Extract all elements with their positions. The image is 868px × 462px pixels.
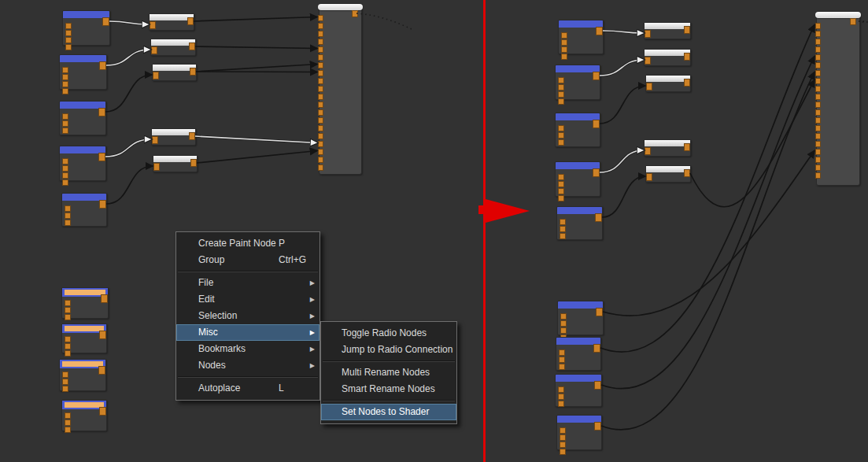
input-port[interactable] — [153, 72, 159, 79]
input-port[interactable] — [153, 163, 160, 171]
output-port[interactable] — [593, 72, 600, 80]
input-port[interactable] — [815, 23, 821, 29]
input-port[interactable] — [561, 39, 567, 46]
input-port[interactable] — [62, 113, 68, 120]
input-port[interactable] — [559, 364, 565, 370]
node-blue[interactable] — [558, 20, 604, 54]
output-port[interactable] — [596, 308, 603, 316]
input-port[interactable] — [645, 57, 651, 65]
input-port[interactable] — [151, 46, 157, 54]
node-blue[interactable] — [59, 146, 106, 181]
output-port[interactable] — [98, 366, 105, 375]
output-port[interactable] — [593, 344, 600, 353]
input-port[interactable] — [318, 102, 323, 108]
node-orange[interactable] — [61, 287, 109, 319]
input-port[interactable] — [62, 88, 68, 94]
output-port[interactable] — [684, 79, 690, 87]
input-port[interactable] — [815, 125, 821, 131]
node-blue[interactable] — [556, 415, 602, 450]
output-port[interactable] — [98, 108, 105, 116]
menu-item-file[interactable]: File▶ — [176, 275, 319, 291]
input-port[interactable] — [560, 219, 566, 225]
node-tall[interactable] — [816, 11, 860, 186]
input-port[interactable] — [62, 74, 68, 80]
input-port[interactable] — [62, 165, 68, 172]
output-port[interactable] — [187, 17, 194, 25]
input-port[interactable] — [62, 371, 68, 378]
input-port[interactable] — [65, 220, 71, 226]
input-port[interactable] — [558, 139, 564, 146]
input-port[interactable] — [318, 78, 323, 84]
input-port[interactable] — [65, 427, 71, 433]
node-blue[interactable] — [59, 54, 107, 90]
input-port[interactable] — [560, 442, 566, 448]
input-port[interactable] — [815, 133, 821, 139]
input-port[interactable] — [645, 30, 651, 38]
input-port[interactable] — [318, 39, 323, 45]
node-blue[interactable] — [555, 374, 602, 407]
input-port[interactable] — [560, 313, 567, 320]
input-port[interactable] — [65, 300, 71, 306]
input-port[interactable] — [561, 46, 567, 53]
node-orange[interactable] — [61, 323, 107, 353]
output-port[interactable] — [189, 43, 195, 50]
input-port[interactable] — [558, 84, 564, 91]
input-port[interactable] — [558, 91, 564, 98]
input-port[interactable] — [815, 141, 821, 147]
output-port[interactable] — [190, 159, 197, 167]
node-blue[interactable] — [555, 65, 600, 100]
menu-item-misc[interactable]: Misc▶ — [176, 324, 319, 341]
menu-item-jump-to-radio-connection[interactable]: Jump to Radio Connection — [321, 342, 456, 358]
output-port[interactable] — [596, 27, 603, 35]
node-white[interactable] — [645, 165, 691, 183]
output-port[interactable] — [594, 422, 601, 431]
input-port[interactable] — [815, 78, 821, 84]
input-port[interactable] — [558, 98, 564, 105]
input-port[interactable] — [62, 128, 68, 134]
input-port[interactable] — [560, 320, 567, 327]
node-blue[interactable] — [59, 101, 106, 135]
input-port[interactable] — [62, 158, 68, 164]
input-port[interactable] — [815, 157, 821, 163]
menu-item-toggle-radio-nodes[interactable]: Toggle Radio Nodes — [321, 325, 456, 342]
output-port[interactable] — [850, 18, 856, 25]
input-port[interactable] — [65, 350, 71, 357]
input-port[interactable] — [318, 23, 323, 29]
input-port[interactable] — [561, 32, 567, 39]
output-port[interactable] — [593, 168, 600, 177]
input-port[interactable] — [815, 172, 821, 179]
input-port[interactable] — [815, 117, 821, 124]
input-port[interactable] — [560, 427, 566, 434]
input-port[interactable] — [62, 179, 68, 186]
input-port[interactable] — [318, 109, 323, 116]
node-white[interactable] — [149, 13, 194, 31]
input-port[interactable] — [558, 195, 564, 201]
input-port[interactable] — [815, 86, 821, 92]
input-port[interactable] — [318, 54, 323, 61]
input-port[interactable] — [815, 62, 821, 68]
input-port[interactable] — [62, 67, 68, 73]
input-port[interactable] — [560, 434, 566, 441]
node-white[interactable] — [151, 128, 196, 146]
input-port[interactable] — [815, 54, 821, 61]
output-port[interactable] — [594, 381, 601, 390]
input-port[interactable] — [65, 205, 71, 212]
input-port[interactable] — [318, 15, 323, 21]
input-port[interactable] — [318, 125, 323, 131]
menu-item-edit[interactable]: Edit▶ — [176, 291, 319, 308]
input-port[interactable] — [646, 173, 652, 181]
input-port[interactable] — [558, 386, 564, 393]
input-port[interactable] — [318, 164, 323, 171]
input-port[interactable] — [318, 133, 323, 139]
input-port[interactable] — [318, 70, 323, 76]
node-blue[interactable] — [556, 337, 601, 371]
input-port[interactable] — [561, 54, 567, 60]
input-port[interactable] — [318, 31, 323, 37]
node-white[interactable] — [150, 39, 196, 56]
menu-item-autoplace[interactable]: AutoplaceL — [176, 380, 319, 397]
input-port[interactable] — [560, 327, 567, 334]
input-port[interactable] — [558, 174, 564, 180]
menu-item-bookmarks[interactable]: Bookmarks▶ — [176, 341, 319, 357]
output-port[interactable] — [102, 17, 109, 26]
input-port[interactable] — [65, 23, 72, 29]
